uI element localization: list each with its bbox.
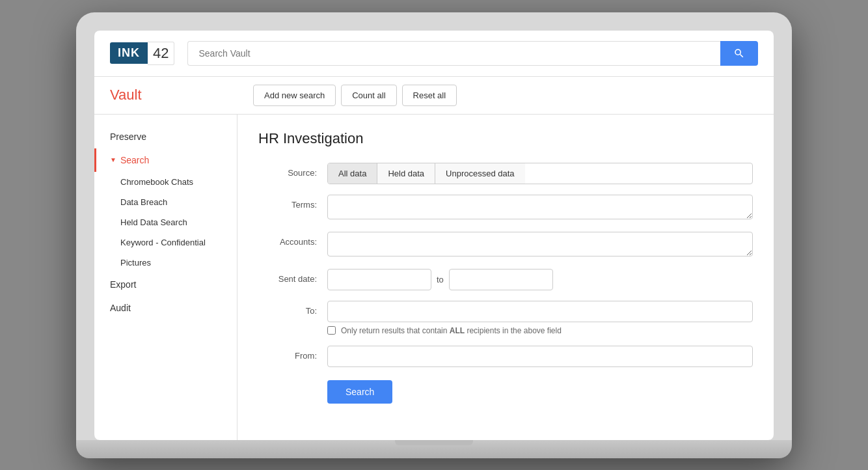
laptop-base: [76, 440, 792, 458]
search-button-spacer: [258, 378, 317, 383]
main-content: HR Investigation Source: All data Held d…: [237, 115, 774, 440]
sent-date-from-input[interactable]: [327, 269, 431, 290]
all-recipients-checkbox[interactable]: [327, 326, 336, 335]
sidebar-item-pictures[interactable]: Pictures: [94, 253, 237, 273]
toolbar: Add new search Count all Reset all: [253, 85, 457, 106]
sent-date-group: Sent date: to: [258, 269, 753, 290]
to-input[interactable]: [327, 301, 753, 322]
checkbox-prefix: Only return results that contain: [341, 326, 450, 335]
from-label: From:: [258, 346, 317, 361]
source-unprocessed-data-button[interactable]: Unprocessed data: [435, 163, 525, 184]
terms-control: [327, 195, 753, 221]
accounts-input[interactable]: [327, 232, 753, 256]
terms-group: Terms:: [258, 195, 753, 221]
sidebar-item-search[interactable]: ▼ Search: [94, 148, 237, 172]
add-new-search-button[interactable]: Add new search: [253, 85, 336, 106]
search-submit-button[interactable]: Search: [327, 380, 392, 404]
source-group: Source: All data Held data Unprocessed d…: [258, 163, 753, 184]
source-control: All data Held data Unprocessed data: [327, 163, 753, 184]
accounts-control: [327, 232, 753, 258]
search-button-group: Search: [258, 378, 753, 404]
accounts-group: Accounts:: [258, 232, 753, 258]
from-input[interactable]: [327, 346, 753, 367]
sidebar-item-export[interactable]: Export: [94, 273, 237, 296]
laptop-frame: INK 42 Vault Add new search Count all Re: [76, 12, 792, 458]
source-buttons: All data Held data Unprocessed data: [327, 163, 753, 184]
sidebar-item-preserve[interactable]: Preserve: [94, 125, 237, 148]
search-vault-button[interactable]: [720, 41, 758, 66]
date-to-label: to: [437, 275, 444, 284]
logo-ink: INK: [110, 42, 148, 64]
sidebar-item-held-data-search[interactable]: Held Data Search: [94, 212, 237, 232]
checkbox-row: Only return results that contain ALL rec…: [327, 326, 753, 335]
audit-label: Audit: [110, 303, 131, 313]
to-label: To:: [258, 301, 317, 316]
checkbox-strong: ALL: [450, 326, 465, 335]
checkbox-label: Only return results that contain ALL rec…: [341, 326, 562, 335]
app-header: INK 42: [94, 31, 774, 77]
section-title: HR Investigation: [258, 130, 753, 147]
accounts-label: Accounts:: [258, 232, 317, 247]
count-all-button[interactable]: Count all: [341, 85, 396, 106]
sidebar-item-keyword-confidential[interactable]: Keyword - Confidential: [94, 232, 237, 253]
sidebar-item-audit[interactable]: Audit: [94, 296, 237, 320]
search-label: Search: [120, 155, 149, 165]
search-vault-input[interactable]: [187, 41, 720, 66]
search-button-control: Search: [327, 378, 753, 404]
sent-date-control: to: [327, 269, 753, 290]
laptop-screen: INK 42 Vault Add new search Count all Re: [94, 31, 774, 440]
sidebar-item-data-breach[interactable]: Data Breach: [94, 192, 237, 212]
sidebar-nav: Preserve ▼ Search Chromebook Chats Data …: [94, 115, 237, 330]
source-label: Source:: [258, 163, 317, 178]
sidebar: Preserve ▼ Search Chromebook Chats Data …: [94, 115, 237, 440]
source-all-data-button[interactable]: All data: [328, 163, 377, 184]
from-control: [327, 346, 753, 367]
export-label: Export: [110, 279, 136, 290]
reset-all-button[interactable]: Reset all: [402, 85, 457, 106]
logo-number: 42: [148, 42, 174, 65]
to-control: Only return results that contain ALL rec…: [327, 301, 753, 335]
search-icon: [733, 48, 745, 59]
sent-date-to-input[interactable]: [449, 269, 553, 290]
terms-label: Terms:: [258, 195, 317, 210]
search-arrow-icon: ▼: [110, 156, 116, 163]
terms-input[interactable]: [327, 195, 753, 219]
checkbox-suffix: recipients in the above field: [465, 326, 562, 335]
date-row: to: [327, 269, 753, 290]
sidebar-item-chromebook-chats[interactable]: Chromebook Chats: [94, 172, 237, 192]
sent-date-label: Sent date:: [258, 269, 317, 284]
search-sub-items: Chromebook Chats Data Breach Held Data S…: [94, 172, 237, 273]
vault-title: Vault: [110, 87, 142, 103]
search-bar: [187, 41, 758, 66]
top-bar-actions: Vault Add new search Count all Reset all: [94, 77, 774, 115]
from-group: From:: [258, 346, 753, 367]
source-held-data-button[interactable]: Held data: [377, 163, 435, 184]
to-group: To: Only return results that contain ALL…: [258, 301, 753, 335]
main-layout: Preserve ▼ Search Chromebook Chats Data …: [94, 115, 774, 440]
logo: INK 42: [110, 42, 174, 65]
preserve-label: Preserve: [110, 131, 146, 142]
